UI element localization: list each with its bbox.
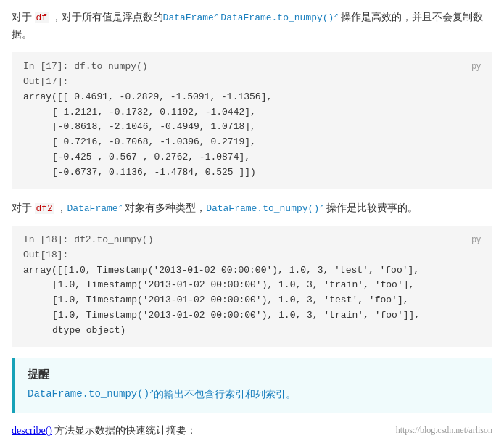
array-line-4: [ 0.7216, -0.7068, -1.0396, 0.2719],	[52, 135, 481, 150]
text-df2-mid2: 对象有多种类型，	[123, 202, 207, 213]
paragraph-df: 对于 df ，对于所有值是浮点数的DataFrame DataFrame.to_…	[12, 9, 492, 44]
array18-line-4: [1.0, Timestamp('2013-01-02 00:00:00'), …	[52, 308, 481, 339]
link-describe[interactable]: describe()	[12, 425, 52, 436]
code-cell-17-in: In [17]: df.to_numpy()	[23, 59, 148, 75]
array-line-1: array([[ 0.4691, -0.2829, -1.5091, -1.13…	[23, 91, 272, 102]
footer-text-suffix: 方法显示数据的快速统计摘要：	[52, 425, 197, 436]
code-cell-18-out-label: Out[18]:	[23, 248, 481, 263]
text-df2-mid1: ，	[57, 202, 67, 213]
text-df-mid1: ，对于所有值是浮点数的	[51, 12, 163, 22]
array-line-6: [-0.6737, 0.1136, -1.4784, 0.525 ]])	[52, 165, 481, 181]
hint-content: DataFrame.to_numpy()的输出不包含行索引和列索引。	[28, 386, 479, 403]
footer-line: describe() 方法显示数据的快速统计摘要： https://blog.c…	[12, 424, 492, 440]
array-line-3: [-0.8618, -2.1046, -0.4949, 1.0718],	[52, 120, 481, 135]
array18-line-3: [1.0, Timestamp('2013-01-02 00:00:00'), …	[52, 293, 481, 308]
inline-code-df: df	[35, 12, 49, 23]
link-to-numpy-hint[interactable]: DataFrame.to_numpy()	[28, 388, 154, 400]
array18-line-1: array([[1.0, Timestamp('2013-01-02 00:00…	[23, 265, 419, 276]
paragraph-df2: 对于 df2 ，DataFrame 对象有多种类型，DataFrame.to_n…	[12, 199, 492, 217]
code-lang-badge-18: py	[471, 233, 481, 247]
array18-line-2: [1.0, Timestamp('2013-01-02 00:00:00'), …	[52, 278, 481, 293]
code-cell-17-output: array([[ 0.4691, -0.2829, -1.5091, -1.13…	[23, 90, 481, 181]
link-dataframe-1[interactable]: DataFrame	[163, 12, 218, 23]
text-for-df-prefix: 对于	[12, 12, 32, 22]
inline-code-df2: df2	[35, 203, 54, 214]
code-lang-badge-17: py	[471, 59, 481, 73]
code-block-18: In [18]: df2.to_numpy() py Out[18]: arra…	[12, 226, 492, 347]
code-cell-18-output: array([[1.0, Timestamp('2013-01-02 00:00…	[23, 263, 481, 339]
text-df2-suffix: 操作是比较费事的。	[323, 202, 418, 213]
footer-text: describe() 方法显示数据的快速统计摘要：	[12, 424, 197, 437]
code-cell-17-out-label: Out[17]:	[23, 75, 481, 90]
hint-box: 提醒 DataFrame.to_numpy()的输出不包含行索引和列索引。	[12, 358, 492, 413]
code-block-17: In [17]: df.to_numpy() py Out[17]: array…	[12, 52, 492, 189]
link-to-numpy-1[interactable]: DataFrame.to_numpy()	[220, 12, 338, 23]
code-cell-18-header: In [18]: df2.to_numpy() py	[23, 233, 481, 248]
array-line-5: [-0.425 , 0.567 , 0.2762, -1.0874],	[52, 150, 481, 165]
array-line-2: [ 1.2121, -0.1732, 0.1192, -1.0442],	[52, 105, 481, 120]
code-cell-18-in: In [18]: df2.to_numpy()	[23, 233, 153, 248]
hint-content-text: 的输出不包含行索引和列索引。	[154, 388, 296, 399]
link-dataframe-2[interactable]: DataFrame	[67, 203, 122, 214]
footer-blog-link[interactable]: https://blog.csdn.net/arlison	[396, 425, 492, 436]
code-cell-17-header: In [17]: df.to_numpy() py	[23, 59, 481, 75]
page-content: 对于 df ，对于所有值是浮点数的DataFrame DataFrame.to_…	[0, 0, 504, 441]
link-to-numpy-2[interactable]: DataFrame.to_numpy()	[206, 203, 323, 214]
hint-title: 提醒	[28, 368, 479, 382]
text-for-df2-prefix: 对于	[12, 202, 32, 213]
